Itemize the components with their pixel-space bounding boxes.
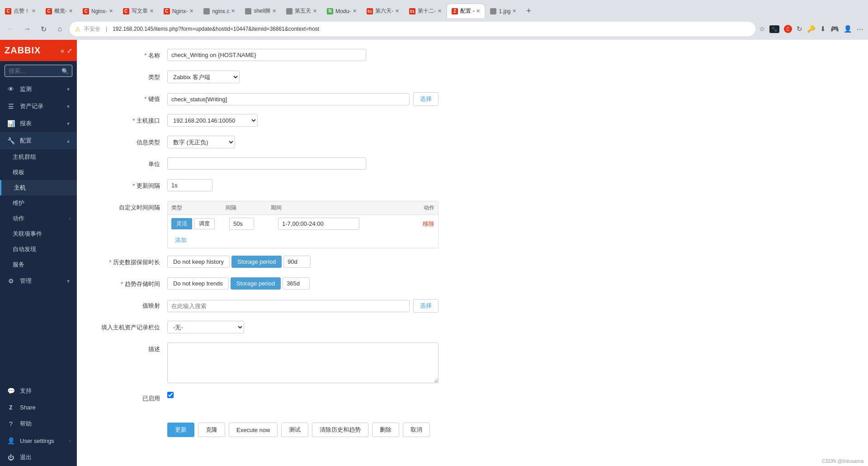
clone-button[interactable]: 克隆: [198, 423, 225, 437]
extension-icon-2[interactable]: C: [784, 25, 792, 33]
infotype-select[interactable]: 数字 (无正负): [167, 136, 235, 148]
tab-1[interactable]: C 点赞！ ✕: [0, 4, 41, 18]
sidebar-item-services[interactable]: 服务: [0, 257, 77, 272]
tab-close-6[interactable]: ✕: [231, 8, 235, 14]
enabled-checkbox[interactable]: [167, 392, 174, 398]
sidebar-item-share[interactable]: Z Share: [0, 399, 77, 415]
tab-8[interactable]: 第五天 ✕: [281, 4, 322, 18]
unit-input[interactable]: [167, 157, 366, 170]
bookmark-icon[interactable]: ☆: [759, 25, 765, 33]
trends-no-keep-button[interactable]: Do not keep trends: [167, 277, 229, 290]
tab-close-9[interactable]: ✕: [353, 8, 357, 14]
home-button[interactable]: ⌂: [53, 23, 66, 35]
sidebar-item-hostgroups[interactable]: 主机群组: [0, 149, 77, 165]
execute-button[interactable]: Execute now: [229, 423, 278, 437]
tab-close-13[interactable]: ✕: [512, 8, 516, 14]
history-value-input[interactable]: [283, 256, 311, 268]
address-input-wrap[interactable]: ⚠ 不安全 | 192.168.200.145/items.php?form=u…: [70, 22, 755, 36]
tab-close-8[interactable]: ✕: [313, 8, 317, 14]
valuemap-select-button[interactable]: 选择: [413, 299, 439, 313]
extension-icon-4[interactable]: 🔑: [807, 25, 816, 33]
inventory-select[interactable]: -无-: [167, 321, 244, 333]
remove-link[interactable]: 移除: [423, 220, 434, 227]
sidebar-search-wrap: 🔍: [5, 65, 72, 77]
sidebar-item-logout[interactable]: ⏻ 退出: [0, 449, 77, 466]
sidebar-item-help[interactable]: ? 帮助: [0, 415, 77, 433]
extension-icon-5[interactable]: ⬇: [820, 25, 826, 33]
tab-close-10[interactable]: ✕: [395, 8, 399, 14]
name-input[interactable]: [167, 49, 366, 61]
tab-9[interactable]: N Modu- ✕: [322, 4, 362, 18]
tab-close-4[interactable]: ✕: [150, 8, 154, 14]
tab-10[interactable]: 51 第六天- ✕: [362, 4, 404, 18]
tab-12[interactable]: Z 配置 - ✕: [447, 4, 485, 18]
sidebar-item-admin[interactable]: ⚙ 管理 ▼: [0, 272, 77, 290]
sidebar-expand-icon[interactable]: ⤢: [67, 47, 72, 54]
key-input[interactable]: [167, 93, 410, 105]
tab-close-2[interactable]: ✕: [69, 8, 73, 14]
extension-icon-3[interactable]: ↻: [797, 25, 802, 33]
period-input[interactable]: [278, 218, 359, 230]
tab-close-11[interactable]: ✕: [438, 8, 442, 14]
trends-row: Do not keep trends Storage period: [167, 277, 439, 290]
tab-13[interactable]: 1.jpg ✕: [485, 4, 521, 18]
description-textarea[interactable]: [167, 342, 439, 383]
tab-close-3[interactable]: ✕: [109, 8, 113, 14]
tab-close-1[interactable]: ✕: [32, 8, 36, 14]
key-select-button[interactable]: 选择: [413, 92, 439, 106]
tab-6[interactable]: nginx.c ✕: [198, 4, 240, 18]
sidebar-item-discovery[interactable]: 自动发现: [0, 242, 77, 257]
history-no-keep-button[interactable]: Do not keep history: [167, 256, 230, 268]
tab-5[interactable]: C Nginx- ✕: [159, 4, 199, 18]
sidebar-item-maintenance[interactable]: 维护: [0, 195, 77, 211]
update-button[interactable]: 更新: [167, 423, 194, 437]
new-tab-button[interactable]: +: [521, 4, 536, 18]
profile-icon[interactable]: 👤: [844, 25, 852, 33]
back-button[interactable]: ←: [5, 23, 17, 35]
update-interval-input[interactable]: [167, 179, 212, 191]
infotype-field: 数字 (无正负): [167, 136, 439, 148]
cancel-button[interactable]: 取消: [403, 423, 430, 437]
add-link[interactable]: 添加: [171, 234, 190, 246]
flexible-button[interactable]: 灵活: [171, 218, 192, 229]
valuemap-input[interactable]: [167, 300, 410, 312]
interface-select[interactable]: 192.168.200.146:10050: [167, 114, 258, 127]
menu-icon[interactable]: ⋯: [857, 25, 863, 33]
tab-close-5[interactable]: ✕: [189, 8, 193, 14]
extension-icon-6[interactable]: 🎮: [830, 25, 839, 33]
reload-button[interactable]: ↻: [37, 23, 50, 35]
history-storage-button[interactable]: Storage period: [231, 256, 282, 268]
type-select[interactable]: Zabbix 客户端: [167, 71, 240, 83]
sidebar-item-correlevents[interactable]: 关联项事件: [0, 226, 77, 242]
tab-11[interactable]: 51 第十二- ✕: [404, 4, 447, 18]
tab-close-12[interactable]: ✕: [476, 8, 480, 14]
valuemap-field: 选择: [167, 299, 439, 313]
sidebar-item-assets[interactable]: ☰ 资产记录 ▼: [0, 98, 77, 115]
form-row-update-interval: 更新间隔: [95, 179, 850, 194]
sidebar-collapse-icon[interactable]: «: [61, 47, 64, 54]
interval-input[interactable]: [229, 218, 254, 230]
sidebar-item-support[interactable]: 💬 支持: [0, 382, 77, 399]
tab-7[interactable]: shell脚 ✕: [240, 4, 281, 18]
tab-2[interactable]: C 概觉- ✕: [41, 4, 78, 18]
sidebar-item-config[interactable]: 🔧 配置 ▲: [0, 132, 77, 149]
tab-4[interactable]: C 写文章 ✕: [118, 4, 159, 18]
tab-close-7[interactable]: ✕: [272, 8, 276, 14]
sidebar-item-hosts[interactable]: 主机: [0, 180, 77, 195]
scheduling-button[interactable]: 调度: [194, 218, 215, 229]
forward-button[interactable]: →: [21, 23, 33, 35]
clear-button[interactable]: 清除历史和趋势: [312, 423, 368, 437]
sidebar-item-monitor[interactable]: 👁 监测 ▼: [0, 81, 77, 98]
custom-interval-field: 类型 间隔 期间 动作 灵活 调度: [167, 201, 439, 248]
tab-3[interactable]: C Nginx- ✕: [78, 4, 118, 18]
form-row-infotype: 信息类型 数字 (无正负): [95, 136, 850, 150]
sidebar-item-actions[interactable]: 动作 ›: [0, 211, 77, 226]
extension-icon-1[interactable]: 🐾: [769, 25, 779, 33]
sidebar-item-usersettings[interactable]: 👤 User settings ›: [0, 433, 77, 449]
test-button[interactable]: 测试: [281, 423, 308, 437]
sidebar-item-templates[interactable]: 模板: [0, 165, 77, 180]
trends-storage-button[interactable]: Storage period: [231, 277, 281, 290]
sidebar-item-reports[interactable]: 📊 报表 ▼: [0, 115, 77, 132]
delete-button[interactable]: 删除: [372, 423, 399, 437]
trends-value-input[interactable]: [283, 277, 310, 290]
